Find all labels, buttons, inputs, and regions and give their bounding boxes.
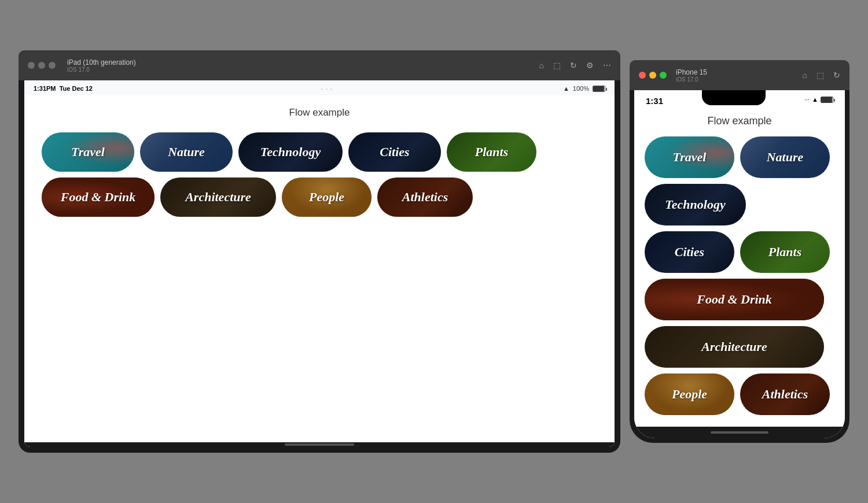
ipad-chips-container: Travel Nature Technology Cities bbox=[42, 132, 597, 217]
iphone-home-icon[interactable]: ⌂ bbox=[803, 71, 807, 80]
iphone-chip-travel-label: Travel bbox=[673, 150, 707, 165]
chip-people-label: People bbox=[309, 190, 344, 205]
iphone-status-icons: ··· ▲ bbox=[804, 96, 833, 103]
settings-icon[interactable]: ⚙ bbox=[586, 61, 594, 70]
iphone-chip-architecture-label: Architecture bbox=[701, 339, 767, 354]
ipad-title-bar: iPad (10th generation) iOS 17.0 ⌂ ⬚ ↻ ⚙ … bbox=[19, 50, 620, 80]
iphone-chip-technology-label: Technology bbox=[665, 197, 725, 212]
ipad-screen: 1:31PM Tue Dec 12 ··· ▲ 100% Flow exampl… bbox=[19, 80, 620, 453]
ipad-device: iPad (10th generation) iOS 17.0 ⌂ ⬚ ↻ ⚙ … bbox=[19, 50, 620, 453]
iphone-home-indicator bbox=[711, 431, 768, 434]
chip-athletics[interactable]: Athletics bbox=[377, 177, 473, 217]
iphone-app-body: Flow example Travel Nature bbox=[634, 106, 845, 427]
traffic-light-max[interactable] bbox=[49, 62, 56, 69]
iphone-chip-food-label: Food & Drink bbox=[697, 292, 772, 307]
ipad-home-bar bbox=[285, 443, 354, 446]
ipad-traffic-lights bbox=[28, 62, 56, 69]
iphone-rotate-icon[interactable]: ↻ bbox=[833, 71, 840, 80]
iphone-chip-athletics[interactable]: Athletics bbox=[740, 373, 830, 415]
iphone-chip-travel[interactable]: Travel bbox=[645, 136, 734, 178]
iphone-dynamic-island bbox=[702, 90, 766, 105]
chip-plants-label: Plants bbox=[475, 145, 508, 160]
iphone-chip-architecture[interactable]: Architecture bbox=[645, 326, 824, 368]
iphone-screen-title: Flow example bbox=[645, 115, 834, 127]
iphone-signal-dots: ··· bbox=[804, 96, 810, 103]
iphone-chip-people-label: People bbox=[672, 387, 707, 402]
iphone-chip-technology[interactable]: Technology bbox=[645, 184, 746, 225]
wifi-icon: ▲ bbox=[563, 85, 569, 92]
ipad-home-indicator bbox=[24, 442, 615, 447]
iphone-chip-athletics-label: Athletics bbox=[762, 387, 808, 402]
camera-icon[interactable]: ⬚ bbox=[553, 61, 561, 70]
iphone-chip-plants-label: Plants bbox=[768, 245, 801, 260]
iphone-tl-close[interactable] bbox=[639, 72, 646, 79]
chip-food[interactable]: Food & Drink bbox=[42, 177, 155, 217]
ipad-toolbar-icons: ⌂ ⬚ ↻ ⚙ ⋯ bbox=[539, 61, 611, 70]
iphone-toolbar-icons: ⌂ ⬚ ↻ bbox=[803, 71, 840, 80]
iphone-chip-nature-label: Nature bbox=[767, 150, 804, 165]
ipad-os-label: iOS 17.0 bbox=[67, 66, 136, 73]
ipad-device-name: iPad (10th generation) bbox=[67, 58, 136, 66]
iphone-device-info: iPhone 15 iOS 17.0 bbox=[676, 68, 707, 83]
chip-travel-label: Travel bbox=[71, 145, 105, 160]
iphone-chip-food[interactable]: Food & Drink bbox=[645, 279, 824, 320]
iphone-status-time: 1:31 bbox=[646, 96, 663, 106]
ipad-status-time: 1:31PM Tue Dec 12 bbox=[34, 85, 93, 92]
iphone-tl-max[interactable] bbox=[660, 72, 667, 79]
iphone-chip-cities-label: Cities bbox=[675, 245, 704, 260]
iphone-tl-min[interactable] bbox=[649, 72, 656, 79]
ipad-status-right: ▲ 100% bbox=[563, 85, 605, 92]
iphone-wifi-icon: ▲ bbox=[812, 96, 818, 103]
chip-travel[interactable]: Travel bbox=[42, 132, 134, 172]
chip-plants[interactable]: Plants bbox=[447, 132, 536, 172]
chip-nature-label: Nature bbox=[168, 145, 205, 160]
chip-cities[interactable]: Cities bbox=[348, 132, 441, 172]
chip-architecture[interactable]: Architecture bbox=[160, 177, 276, 217]
iphone-chip-plants[interactable]: Plants bbox=[740, 231, 830, 273]
ipad-status-dots: ··· bbox=[321, 84, 335, 93]
iphone-chips-container: Travel Nature Technology bbox=[645, 136, 834, 415]
ipad-screen-title: Flow example bbox=[42, 107, 597, 119]
iphone-os-label: iOS 17.0 bbox=[676, 76, 707, 83]
chip-technology-label: Technology bbox=[260, 145, 321, 160]
chip-architecture-label: Architecture bbox=[185, 190, 251, 205]
iphone-battery-icon bbox=[821, 97, 833, 103]
iphone-screen: 1:31 ··· ▲ Flow example bbox=[634, 90, 845, 438]
chip-people[interactable]: People bbox=[282, 177, 372, 217]
iphone-camera-icon[interactable]: ⬚ bbox=[816, 71, 824, 80]
iphone-screen-outer: 1:31 ··· ▲ Flow example bbox=[630, 90, 849, 443]
iphone-title-bar: iPhone 15 iOS 17.0 ⌂ ⬚ ↻ bbox=[630, 60, 849, 90]
ipad-app-body: Flow example Travel Nature Technology bbox=[24, 95, 615, 442]
battery-level: 100% bbox=[573, 85, 589, 92]
home-icon[interactable]: ⌂ bbox=[539, 61, 544, 70]
rotate-icon[interactable]: ↻ bbox=[570, 61, 577, 70]
traffic-light-close[interactable] bbox=[28, 62, 35, 69]
chip-technology[interactable]: Technology bbox=[238, 132, 343, 172]
ipad-device-info: iPad (10th generation) iOS 17.0 bbox=[67, 58, 136, 73]
iphone-device: iPhone 15 iOS 17.0 ⌂ ⬚ ↻ 1:31 ··· ▲ bbox=[630, 60, 849, 443]
battery-icon bbox=[593, 86, 605, 92]
iphone-chip-cities[interactable]: Cities bbox=[645, 231, 734, 273]
more-icon[interactable]: ⋯ bbox=[603, 61, 611, 70]
traffic-light-min[interactable] bbox=[38, 62, 45, 69]
iphone-device-name: iPhone 15 bbox=[676, 68, 707, 76]
iphone-chip-nature[interactable]: Nature bbox=[740, 136, 830, 178]
chip-cities-label: Cities bbox=[380, 145, 409, 160]
chip-food-label: Food & Drink bbox=[61, 190, 136, 205]
iphone-chip-people[interactable]: People bbox=[645, 373, 734, 415]
chip-athletics-label: Athletics bbox=[402, 190, 448, 205]
iphone-traffic-lights bbox=[639, 72, 667, 79]
chip-nature[interactable]: Nature bbox=[140, 132, 233, 172]
iphone-home-bar-area bbox=[634, 427, 845, 438]
